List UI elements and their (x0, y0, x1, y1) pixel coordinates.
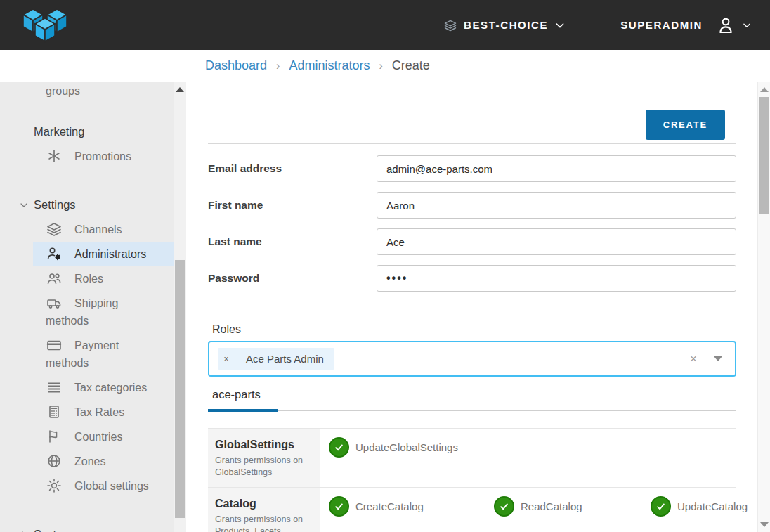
permission-cell: ReadCatalog (494, 496, 651, 517)
content-area: groups Marketing Promotions Settings (0, 82, 770, 532)
sidebar-item-customer-groups[interactable]: groups (33, 82, 174, 100)
roles-section: Roles × Ace Parts Admin × (208, 323, 736, 377)
user-menu[interactable]: SUPERADMIN (620, 15, 752, 36)
toggle-on-icon[interactable] (329, 496, 349, 517)
gear-icon (46, 477, 63, 494)
permission-label: ReadCatalog (521, 500, 582, 512)
sidebar-item-payment-methods[interactable]: Payment methods (33, 333, 174, 375)
toggle-on-icon[interactable] (651, 496, 671, 517)
email-field[interactable] (377, 155, 736, 182)
sidebar-item-label: Countries (74, 431, 122, 443)
permission-group-name: Catalog (215, 498, 313, 510)
permission-group-header: GlobalSettings Grants permissions on Glo… (208, 429, 320, 487)
sidebar-item-global-settings[interactable]: Global settings (33, 474, 174, 498)
tab-label: ace-parts (212, 388, 261, 401)
sidebar-item-promotions[interactable]: Promotions (33, 144, 174, 169)
sidebar-item-label: Tax categories (74, 382, 147, 394)
main-scrollbar[interactable] (757, 82, 770, 532)
clear-selection-button[interactable]: × (687, 352, 700, 366)
breadcrumb-separator: › (276, 60, 280, 72)
permission-label: UpdateGlobalSettings (355, 441, 458, 453)
sidebar-scrollbar[interactable] (174, 82, 186, 532)
check-icon (334, 501, 344, 512)
selected-role-label: Ace Parts Admin (235, 348, 334, 370)
sidebar-item-label: Zones (74, 455, 105, 467)
sidebar-item-label: Global settings (74, 480, 149, 492)
user-icon (715, 15, 736, 36)
credit-card-icon (46, 337, 63, 353)
sidebar-nav: groups Marketing Promotions Settings (0, 82, 186, 532)
channel-switcher[interactable]: BEST-CHOICE (443, 18, 566, 32)
permission-label: CreateCatalog (355, 500, 424, 512)
sidebar-item-label: groups (46, 85, 80, 97)
chevron-down-icon (742, 20, 752, 30)
flag-icon (46, 428, 63, 445)
administrator-form: Email address First name Last name Passw… (208, 155, 736, 292)
scroll-up-arrow[interactable] (176, 87, 184, 92)
vendure-logo[interactable] (20, 6, 70, 45)
check-icon (499, 501, 509, 512)
sidebar-item-shipping-methods[interactable]: Shipping methods (33, 291, 174, 333)
toggle-on-icon[interactable] (494, 496, 514, 517)
sidebar-item-label: Tax Rates (74, 406, 124, 418)
tab-ace-parts[interactable]: ace-parts (208, 388, 262, 410)
permission-group-name: GlobalSettings (215, 439, 313, 451)
layers-icon (46, 221, 63, 238)
first-name-field[interactable] (377, 192, 736, 219)
password-field[interactable] (377, 265, 736, 292)
breadcrumb-dashboard[interactable]: Dashboard (205, 58, 267, 73)
active-tab-indicator (208, 409, 278, 412)
sidebar-item-tax-categories[interactable]: Tax categories (33, 375, 174, 400)
sidebar-item-administrators[interactable]: Administrators (33, 242, 174, 266)
chevron-down-icon (18, 200, 30, 214)
sidebar-section-label: Settings (34, 198, 76, 211)
form-row-last-name: Last name (208, 228, 736, 255)
create-button[interactable]: CREATE (646, 110, 725, 140)
text-cursor (344, 351, 344, 368)
scroll-up-arrow[interactable] (760, 87, 769, 92)
asterisk-icon (46, 148, 63, 164)
breadcrumb-administrators[interactable]: Administrators (289, 58, 370, 73)
sidebar-section-settings[interactable]: Settings (0, 198, 174, 212)
breadcrumb: Dashboard › Administrators › Create (0, 50, 770, 82)
channel-tabs: ace-parts (208, 388, 736, 411)
sidebar-item-label: Channels (74, 223, 122, 235)
last-name-field[interactable] (377, 228, 736, 255)
check-icon (655, 501, 666, 512)
first-name-label: First name (208, 192, 377, 219)
permission-cells: CreateCatalog ReadCatalog (320, 488, 748, 532)
check-icon (334, 442, 344, 453)
sidebar-item-label: Roles (74, 273, 103, 285)
sidebar-item-countries[interactable]: Countries (33, 424, 174, 449)
breadcrumb-create: Create (392, 58, 430, 73)
list-icon (46, 379, 63, 396)
sidebar-item-roles[interactable]: Roles (33, 266, 174, 291)
main-scrollbar-thumb[interactable] (759, 97, 769, 214)
scroll-down-arrow[interactable] (760, 522, 769, 527)
form-row-first-name: First name (208, 192, 736, 219)
sidebar-item-zones[interactable]: Zones (33, 449, 174, 474)
email-label: Email address (208, 155, 377, 182)
sidebar-section-system[interactable]: System (0, 528, 174, 532)
user-gear-icon (46, 245, 63, 262)
user-name: SUPERADMIN (620, 19, 703, 31)
selected-role-chip: × Ace Parts Admin (218, 348, 334, 370)
top-bar: BEST-CHOICE SUPERADMIN (0, 0, 770, 50)
channel-name: BEST-CHOICE (464, 19, 548, 31)
breadcrumb-separator: › (379, 60, 382, 72)
page-toolbar: CREATE (208, 82, 736, 144)
dropdown-arrow-icon[interactable] (714, 356, 722, 361)
sidebar-scrollbar-thumb[interactable] (175, 260, 185, 518)
sidebar-item-channels[interactable]: Channels (33, 217, 174, 242)
sidebar-item-tax-rates[interactable]: Tax Rates (33, 400, 174, 424)
permission-cells: UpdateGlobalSettings (320, 429, 736, 487)
calculator-icon (46, 403, 63, 420)
layers-icon (443, 18, 457, 32)
sidebar-section-label: System (34, 528, 72, 532)
toggle-on-icon[interactable] (329, 437, 349, 458)
main-panel: CREATE Email address First name Last nam… (186, 82, 770, 532)
remove-role-button[interactable]: × (218, 348, 235, 370)
permission-label: UpdateCatalog (677, 500, 748, 512)
password-label: Password (208, 265, 377, 292)
roles-multiselect[interactable]: × Ace Parts Admin × (208, 341, 736, 377)
